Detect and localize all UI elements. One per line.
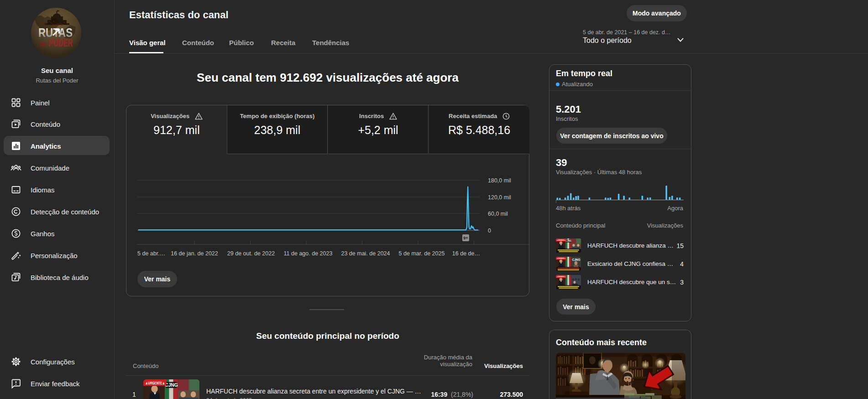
svg-text:16 de de…: 16 de de… [452, 250, 480, 257]
svg-text:11 de ago. de 2023: 11 de ago. de 2023 [284, 250, 333, 257]
svg-text:120,0 mil: 120,0 mil [488, 194, 511, 201]
svg-text:▲URGENTE▲: ▲URGENTE▲ [557, 275, 566, 278]
svg-text:16 de jan. de 2022: 16 de jan. de 2022 [171, 250, 218, 257]
svg-text:5 de abr.…: 5 de abr.… [137, 250, 165, 257]
svg-text:5 de mar. de 2025: 5 de mar. de 2025 [399, 250, 445, 257]
svg-text:9+: 9+ [463, 236, 468, 240]
svg-text:▲URGENTE▲: ▲URGENTE▲ [145, 380, 165, 385]
svg-text:60,0 mil: 60,0 mil [488, 211, 508, 217]
svg-text:180,0 mil: 180,0 mil [488, 177, 511, 184]
svg-text:CJNG: CJNG [165, 383, 178, 388]
svg-text:▲URGENTE▲: ▲URGENTE▲ [557, 239, 566, 241]
svg-text:29 de out. de 2022: 29 de out. de 2022 [227, 250, 275, 257]
svg-text:DEL: DEL [39, 41, 47, 47]
svg-text:23 de mai. de 2024: 23 de mai. de 2024 [341, 250, 390, 257]
svg-text:▲URGENTE▲: ▲URGENTE▲ [557, 257, 566, 259]
svg-text:CJNG: CJNG [565, 240, 571, 242]
svg-text:PODER: PODER [48, 37, 73, 49]
svg-text:0: 0 [488, 228, 491, 234]
svg-text:CJNG: CJNG [572, 258, 580, 261]
